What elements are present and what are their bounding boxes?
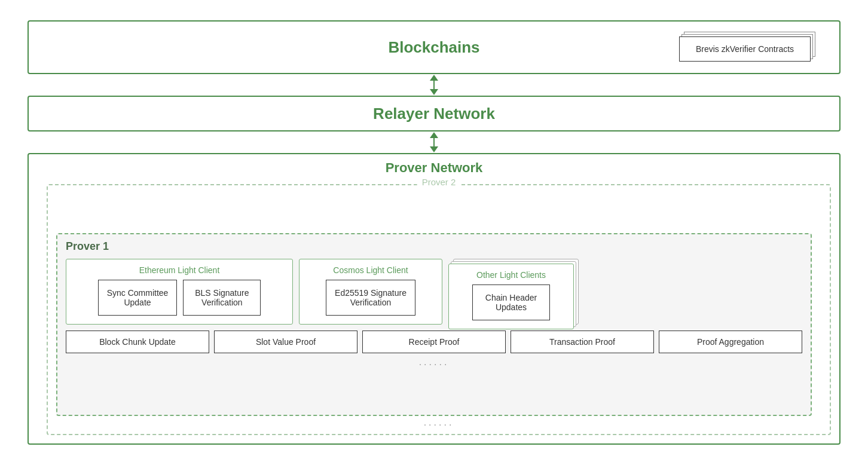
bottom-cards-row: Block Chunk Update Slot Value Proof Rece… xyxy=(66,331,802,353)
prover-network-box: Prover Network Prover 2 ...... Prover 1 … xyxy=(27,153,841,445)
ed25519-sig-label: Ed25519 SignatureVerification xyxy=(335,288,407,307)
ethereum-lc-box: Ethereum Light Client Sync CommitteeUpda… xyxy=(66,259,293,325)
transaction-proof-card: Transaction Proof xyxy=(511,331,654,353)
arrow-head-up-2 xyxy=(430,132,438,138)
ethereum-lc-title: Ethereum Light Client xyxy=(74,265,285,275)
chain-header-label: Chain HeaderUpdates xyxy=(485,293,537,312)
zk-verifier-stack: Brevis zkVerifier Contracts xyxy=(679,32,815,63)
diagram: Blockchains Brevis zkVerifier Contracts … xyxy=(16,8,852,457)
other-lc-title: Other Light Clients xyxy=(456,270,566,280)
other-lc-wrapper: Other Light Clients Chain HeaderUpdates xyxy=(448,259,574,325)
arrow-relayer-prover xyxy=(27,131,841,153)
cosmos-lc-cards: Ed25519 SignatureVerification xyxy=(307,280,435,316)
proof-aggregation-label: Proof Aggregation xyxy=(697,337,764,347)
double-arrow-1 xyxy=(430,75,438,95)
bls-sig-card: BLS SignatureVerification xyxy=(183,280,261,316)
double-arrow-2 xyxy=(430,132,438,152)
blockchains-label: Blockchains xyxy=(388,38,479,57)
slot-value-card: Slot Value Proof xyxy=(214,331,357,353)
prover2-box: Prover 2 ...... Prover 1 Ethereum Light … xyxy=(47,184,831,435)
prover1-dots: ...... xyxy=(66,357,802,368)
transaction-proof-label: Transaction Proof xyxy=(549,337,615,347)
chain-header-card: Chain HeaderUpdates xyxy=(472,284,550,320)
relayer-label: Relayer Network xyxy=(373,105,495,123)
zk-verifier-label: Brevis zkVerifier Contracts xyxy=(696,44,794,54)
sync-committee-card: Sync CommitteeUpdate xyxy=(98,280,178,316)
prover1-box: Prover 1 Ethereum Light Client Sync Comm… xyxy=(56,233,812,416)
prover-network-title: Prover Network xyxy=(37,160,831,176)
prover2-label: Prover 2 xyxy=(417,177,461,187)
relayer-box: Relayer Network xyxy=(27,96,841,131)
blockchains-box: Blockchains Brevis zkVerifier Contracts xyxy=(27,20,841,74)
receipt-proof-card: Receipt Proof xyxy=(362,331,506,353)
cosmos-lc-title: Cosmos Light Client xyxy=(307,265,435,275)
arrow-line-1 xyxy=(433,81,435,89)
arrow-head-up-1 xyxy=(430,75,438,81)
ethereum-lc-cards: Sync CommitteeUpdate BLS SignatureVerifi… xyxy=(74,280,285,316)
arrow-blockchains-relayer xyxy=(27,74,841,96)
arrow-head-down-1 xyxy=(430,89,438,95)
ed25519-sig-card: Ed25519 SignatureVerification xyxy=(326,280,415,316)
block-chunk-card: Block Chunk Update xyxy=(66,331,209,353)
sync-committee-label: Sync CommitteeUpdate xyxy=(107,288,169,307)
prover1-title: Prover 1 xyxy=(66,240,802,253)
block-chunk-label: Block Chunk Update xyxy=(99,337,176,347)
other-lc-cards: Chain HeaderUpdates xyxy=(456,284,566,320)
arrow-line-2 xyxy=(433,138,435,146)
proof-aggregation-card: Proof Aggregation xyxy=(659,331,802,353)
arrow-head-down-2 xyxy=(430,146,438,152)
slot-value-label: Slot Value Proof xyxy=(256,337,316,347)
bls-sig-label: BLS SignatureVerification xyxy=(195,288,249,307)
cosmos-lc-box: Cosmos Light Client Ed25519 SignatureVer… xyxy=(299,259,442,325)
zk-card-front: Brevis zkVerifier Contracts xyxy=(679,36,811,62)
prover2-dots: ...... xyxy=(424,417,454,428)
other-lc-box: Other Light Clients Chain HeaderUpdates xyxy=(448,264,574,329)
receipt-proof-label: Receipt Proof xyxy=(409,337,460,347)
light-clients-row: Ethereum Light Client Sync CommitteeUpda… xyxy=(66,259,802,325)
